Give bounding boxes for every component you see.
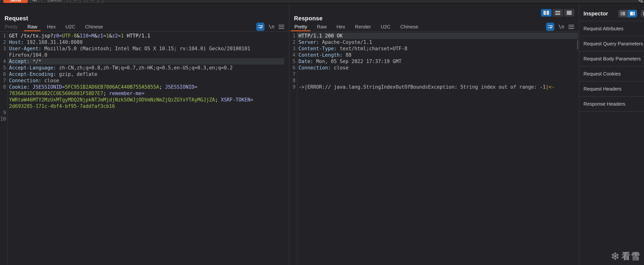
inspector-extra-button[interactable] — [640, 10, 644, 17]
dock-right-button[interactable] — [628, 10, 637, 17]
code-line: 3Content-Type: text/html;charset=UTF-8 — [290, 45, 579, 52]
inspector-section-request-attributes[interactable]: Request Attributes — [579, 21, 644, 36]
line-number: 2 — [0, 39, 6, 45]
request-header: Request Pretty Raw Hex U2C Chinese — [0, 4, 289, 31]
response-tab-render[interactable]: Render — [352, 22, 374, 31]
wave-icon — [32, 0, 37, 2]
back-dropdown[interactable] — [80, 0, 85, 3]
request-tab-bar: Pretty Raw Hex U2C Chinese — [2, 22, 289, 31]
request-tab-hex[interactable]: Hex — [44, 22, 59, 31]
scrollbar-thumb[interactable] — [577, 40, 578, 50]
forward-dropdown[interactable] — [98, 0, 103, 3]
code-line: YWRtaW46MTY2MzUxMTgyMDQ2NjpkNTJmMjdjNzk5… — [0, 97, 289, 103]
layout-columns-button[interactable] — [541, 9, 552, 17]
word-wrap-button[interactable] — [546, 23, 554, 31]
inspector-section-label: Response Headers — [584, 101, 626, 107]
code-line: 8 — [290, 77, 579, 84]
code-line: 2d693285-171c-4bf4-bf95-7addfaf3cb16 — [0, 103, 289, 109]
response-panel-title: Response — [294, 15, 322, 22]
forward-arrow-label: > — [87, 0, 98, 3]
layout-single-button[interactable] — [564, 9, 574, 17]
code-line: 2Host: 192.168.31.140:8080 — [0, 39, 289, 45]
line-number — [0, 90, 6, 97]
code-line: 9 — [0, 109, 289, 116]
inspector-sections: Request AttributesRequest Query Paramete… — [579, 21, 644, 112]
code-line: 4Accept: */* — [0, 58, 289, 65]
inspector-panel: Inspector Request AttributesRequest Quer… — [579, 4, 644, 265]
request-tab-pretty[interactable]: Pretty — [2, 22, 21, 31]
inspector-section-label: Request Body Parameters — [584, 56, 641, 62]
response-tab-bar: Pretty Raw Hex Render U2C Chinese — [291, 22, 579, 31]
line-number: 4 — [0, 58, 6, 65]
request-code-lines: 1GET /tx/tx.jsp?z0=UTF-8&110=M&z1=1&z2=1… — [0, 33, 289, 122]
inspector-section-request-headers[interactable]: Request Headers — [579, 82, 644, 97]
hamburger-menu-icon[interactable] — [568, 25, 574, 29]
response-editor[interactable]: 1HTTP/1.1 200 OK2Server: Apache-Coyote/1… — [290, 31, 579, 264]
response-tab-pretty[interactable]: Pretty — [291, 22, 310, 31]
columns-layout-icon — [544, 11, 546, 15]
line-number: 7 — [290, 71, 296, 77]
code-line: 8Cookie: JSESSIONID=5FC951B2AD6EB7806AC4… — [0, 84, 289, 90]
pencil-icon[interactable]: ✎ — [638, 0, 644, 4]
line-number: 1 — [290, 33, 296, 39]
line-number: 5 — [0, 65, 6, 71]
line-number: 7 — [0, 77, 6, 84]
back-history-button[interactable]: < — [70, 0, 85, 3]
code-line: Firefox/104.0 — [0, 52, 289, 58]
request-tab-u2c[interactable]: U2C — [62, 22, 78, 31]
line-number: 10 — [0, 116, 6, 122]
code-line: 4Content-Length: 88 — [290, 52, 579, 58]
response-code-lines: 1HTTP/1.1 200 OK2Server: Apache-Coyote/1… — [290, 33, 579, 90]
watermark-text: 看雪 — [622, 250, 640, 262]
line-number: 8 — [0, 84, 6, 90]
code-line: 1GET /tx/tx.jsp?z0=UTF-8&110=M&z1=1&z2=1… — [0, 33, 289, 39]
code-line: 7 — [290, 71, 579, 77]
response-tab-chinese[interactable]: Chinese — [397, 22, 422, 31]
code-line: 7836A81DC866B2CC0E5606881F58D7E7; rememb… — [0, 90, 289, 97]
dock-left-icon — [621, 12, 622, 16]
send-button[interactable]: Send — [4, 0, 28, 3]
line-number: 6 — [290, 65, 296, 71]
response-tab-hex[interactable]: Hex — [333, 22, 348, 31]
rows-layout-icon — [555, 11, 560, 15]
inspector-section-label: Request Cookies — [584, 71, 621, 77]
line-number: 2 — [290, 39, 296, 45]
wave-icon-button[interactable] — [30, 0, 39, 3]
top-toolbar: Send Cancel < > ✎ — [0, 0, 644, 4]
newline-toggle[interactable]: \n — [268, 24, 274, 30]
line-number: 6 — [0, 71, 6, 77]
response-tab-u2c[interactable]: U2C — [377, 22, 394, 31]
snowflake-icon: ❄ — [610, 251, 620, 262]
inspector-section-request-query-parameters[interactable]: Request Query Parameters — [579, 36, 644, 51]
line-number: 9 — [290, 84, 296, 90]
code-line: 5Accept-Language: zh-CN,zh;q=0.8,zh-TW;q… — [0, 65, 289, 71]
view-layout-buttons — [541, 9, 574, 17]
inspector-dock-toggle — [618, 10, 637, 17]
request-tab-raw[interactable]: Raw — [24, 22, 40, 31]
inspector-section-response-headers[interactable]: Response Headers — [579, 97, 644, 112]
request-editor[interactable]: 1GET /tx/tx.jsp?z0=UTF-8&110=M&z1=1&z2=1… — [0, 31, 289, 264]
layout-rows-button[interactable] — [552, 9, 563, 17]
inspector-section-request-cookies[interactable]: Request Cookies — [579, 67, 644, 82]
kanxue-watermark: ❄ 看雪 — [610, 250, 640, 262]
line-number — [0, 103, 6, 109]
line-number: 3 — [290, 45, 296, 52]
inspector-section-request-body-parameters[interactable]: Request Body Parameters — [579, 51, 644, 67]
line-number — [0, 97, 6, 103]
line-number: 8 — [290, 77, 296, 84]
request-panel: Request Pretty Raw Hex U2C Chinese — [0, 4, 290, 265]
word-wrap-button[interactable] — [256, 23, 264, 31]
repeater-window: Send Cancel < > ✎ Request Pretty Raw Hex… — [0, 0, 644, 265]
line-number: 9 — [0, 109, 6, 116]
request-tab-chinese[interactable]: Chinese — [82, 22, 106, 31]
dock-left-button[interactable] — [618, 10, 628, 17]
newline-toggle[interactable]: \n — [558, 24, 564, 30]
response-tab-raw[interactable]: Raw — [314, 22, 330, 31]
inspector-title: Inspector — [584, 11, 608, 17]
cancel-button[interactable]: Cancel — [41, 0, 68, 3]
hamburger-menu-icon[interactable] — [278, 25, 284, 29]
inspector-section-label: Request Query Parameters — [584, 41, 643, 47]
code-line: 1HTTP/1.1 200 OK — [290, 33, 579, 39]
word-wrap-icon — [258, 24, 263, 29]
forward-history-button[interactable]: > — [87, 0, 103, 3]
